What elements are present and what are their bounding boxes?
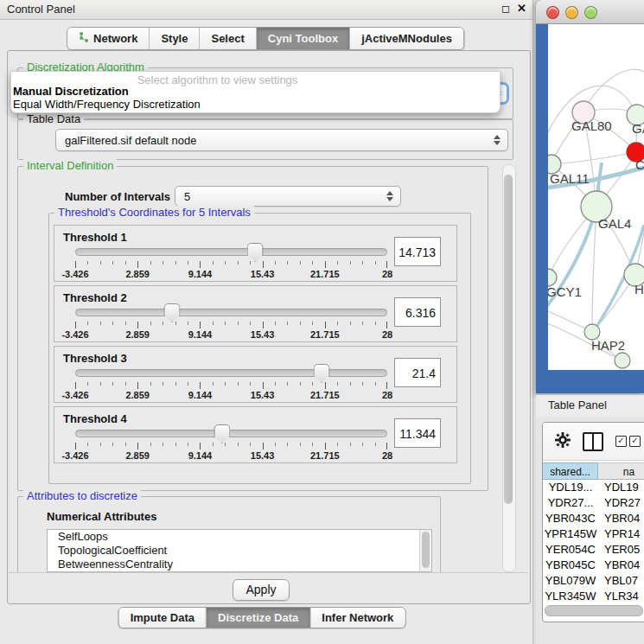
menu-item-equal-width-frequency[interactable]: Equal Width/Frequency Discretization: [13, 98, 201, 111]
control-panel-titlebar[interactable]: [0, 0, 532, 20]
close-window-light[interactable]: [546, 6, 559, 19]
table-row[interactable]: YBL079WYBL07: [543, 573, 644, 589]
tab-cyni-toolbox[interactable]: Cyni Toolbox: [257, 28, 350, 49]
tab-infer-network[interactable]: Infer Network: [310, 608, 405, 628]
apply-button[interactable]: Apply: [233, 579, 290, 601]
attribute-list-item[interactable]: SelfLoops: [48, 530, 431, 544]
float-window-icon[interactable]: ◻: [501, 3, 510, 15]
zoom-window-light[interactable]: [584, 6, 597, 19]
traffic-lights: [546, 6, 597, 19]
network-view-window: GAL80GACGAL11GAL4GCY1HHAP2: [536, 0, 644, 393]
cell-shared-name[interactable]: YBR043C: [543, 511, 598, 526]
table-data-combobox[interactable]: galFiltered.sif default node: [55, 129, 508, 151]
cell-name[interactable]: YDL19: [598, 480, 644, 495]
attr-items: SelfLoopsTopologicalCoefficientBetweenne…: [48, 530, 431, 571]
tick-label: 28: [382, 390, 392, 400]
menu-item-manual-discretization[interactable]: Manual Discretization: [13, 85, 129, 98]
minimize-window-light[interactable]: [565, 6, 578, 19]
screen: Control Panel ◻ ✕ Network Style Select C…: [0, 0, 644, 644]
threshold-2-value-field[interactable]: 6.316: [394, 297, 441, 327]
threshold-2-slider-thumb[interactable]: [163, 303, 180, 322]
cell-name[interactable]: YBR04: [598, 558, 644, 573]
cell-shared-name[interactable]: YBL079W: [543, 573, 598, 589]
table-horizontal-scrollbar[interactable]: [545, 605, 643, 616]
threshold-4-value-field[interactable]: 11.344: [394, 418, 441, 448]
network-node-label: C: [635, 157, 644, 172]
tab-network[interactable]: Network: [67, 28, 150, 49]
cell-name[interactable]: YLR34: [598, 589, 644, 604]
threshold-4-slider-track[interactable]: [75, 430, 387, 437]
tick-label: 21.715: [310, 390, 340, 400]
network-node[interactable]: [615, 353, 630, 368]
tab-style[interactable]: Style: [150, 28, 200, 49]
attribute-list-item[interactable]: BetweennessCentrality: [48, 558, 431, 571]
cell-name[interactable]: YER05: [598, 542, 644, 558]
close-panel-icon[interactable]: ✕: [517, 2, 526, 15]
tick-label: 28: [382, 450, 392, 461]
cell-shared-name[interactable]: YDR27...: [543, 495, 598, 511]
table-row[interactable]: YBR043CYBR04: [543, 511, 644, 526]
table-row[interactable]: YLR345WYLR34: [543, 589, 644, 604]
combo-stepper-icon: [494, 135, 501, 145]
tick-label: 9.144: [188, 390, 213, 400]
slider-tick-labels: -3.4262.8599.14415.4321.71528: [75, 329, 387, 340]
cell-shared-name[interactable]: YPR145W: [543, 526, 598, 542]
settings-scrollbar-thumb[interactable]: [504, 175, 513, 504]
tab-impute-data[interactable]: Impute Data: [119, 608, 207, 628]
attributes-scrollbar[interactable]: [419, 530, 431, 571]
tab-jactivemnodules[interactable]: jActiveMNodules: [350, 28, 463, 49]
table-header-row: shared... na: [543, 462, 644, 480]
column-header-name[interactable]: na: [598, 462, 644, 480]
threshold-3-slider-thumb[interactable]: [314, 364, 330, 383]
table-row[interactable]: YER054CYER05: [543, 542, 644, 558]
number-of-intervals-combobox[interactable]: 5: [175, 186, 401, 207]
tab-network-label: Network: [93, 32, 137, 45]
tick-label: 15.43: [251, 450, 275, 461]
table-row[interactable]: YPR145WYPR14: [543, 526, 644, 542]
checkbox-filter-icons[interactable]: ✓ ✓: [615, 436, 641, 447]
number-of-intervals-label: Number of Intervals: [65, 190, 170, 203]
interval-definition-group-title: Interval Definition: [23, 159, 117, 172]
cell-name[interactable]: YBR04: [598, 511, 644, 526]
checked-checkbox-icon: ✓: [615, 436, 627, 447]
network-node[interactable]: [548, 269, 557, 286]
slider-ticks: [75, 261, 387, 268]
slider-tick-labels: -3.4262.8599.14415.4321.71528: [75, 390, 387, 400]
tick-label: 9.144: [188, 329, 213, 340]
numerical-attributes-label: Numerical Attributes: [47, 510, 156, 523]
threshold-2-label: Threshold 2: [63, 291, 127, 304]
slider-tick-labels: -3.4262.8599.14415.4321.71528: [75, 269, 387, 279]
cell-name[interactable]: YDR27: [598, 495, 644, 511]
threshold-3-value-field[interactable]: 21.4: [394, 358, 441, 387]
tick-label: 15.43: [251, 390, 275, 400]
slider-tick-labels: -3.4262.8599.14415.4321.71528: [75, 450, 387, 461]
tab-select[interactable]: Select: [200, 28, 256, 49]
attribute-list-item[interactable]: TopologicalCoefficient: [48, 544, 431, 558]
cell-name[interactable]: YPR14: [598, 526, 644, 542]
threshold-1-slider-track[interactable]: [75, 248, 387, 256]
threshold-1-slider-thumb[interactable]: [247, 243, 264, 262]
split-columns-icon[interactable]: [583, 432, 603, 451]
combo-stepper-icon: [386, 191, 393, 201]
threshold-3-slider-track[interactable]: [75, 369, 387, 377]
tick-label: -3.426: [61, 269, 88, 279]
cell-shared-name[interactable]: YLR345W: [543, 589, 598, 604]
tick-label: 9.144: [188, 269, 213, 279]
cell-shared-name[interactable]: YER054C: [543, 542, 598, 558]
column-header-shared-name[interactable]: shared...: [543, 462, 598, 480]
threshold-2-slider-track[interactable]: [75, 309, 387, 316]
cell-shared-name[interactable]: YDL19...: [543, 480, 598, 495]
table-row[interactable]: YDR27...YDR27: [543, 495, 644, 511]
table-row[interactable]: YBR045CYBR04: [543, 558, 644, 573]
cell-name[interactable]: YBL07: [598, 573, 644, 589]
threshold-4-label: Threshold 4: [63, 412, 127, 425]
threshold-1-row: Threshold 1 -3.4262.8599.14415.4321.7152…: [54, 225, 457, 282]
tab-discretize-data[interactable]: Discretize Data: [207, 608, 310, 628]
numerical-attributes-list[interactable]: SelfLoopsTopologicalCoefficientBetweenne…: [47, 529, 432, 572]
threshold-1-value-field[interactable]: 14.713: [394, 237, 441, 266]
table-row[interactable]: YDL19...YDL19: [543, 480, 644, 495]
threshold-4-slider-thumb[interactable]: [214, 424, 230, 443]
network-canvas[interactable]: GAL80GACGAL11GAL4GCY1HHAP2: [548, 24, 644, 370]
cell-shared-name[interactable]: YBR045C: [543, 558, 598, 573]
gear-icon[interactable]: [555, 432, 571, 450]
